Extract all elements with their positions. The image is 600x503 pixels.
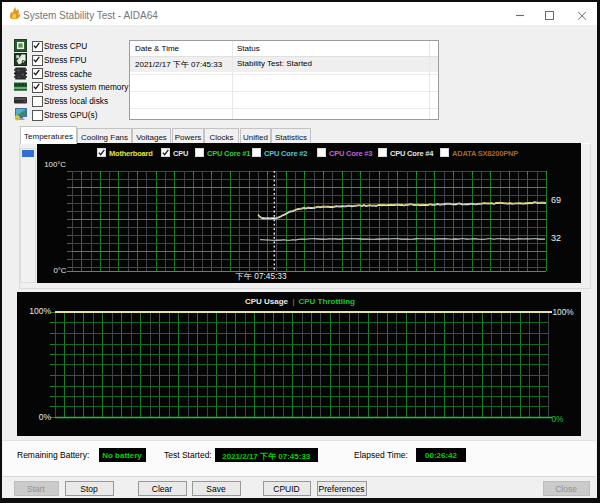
svg-text:|: | [293,297,295,306]
svg-text:100%: 100% [553,307,575,317]
svg-text:下午 07:45:33: 下午 07:45:33 [234,271,287,281]
svg-text:CPU Throttling: CPU Throttling [299,297,356,306]
svg-text:CPU Core #2: CPU Core #2 [264,149,307,158]
svg-text:CPU: CPU [173,149,188,158]
svg-text:ADATA SX8200PNP: ADATA SX8200PNP [452,149,518,158]
svg-text:CPU Usage: CPU Usage [245,297,289,306]
svg-text:100°C: 100°C [44,160,66,169]
svg-text:CPU Core #4: CPU Core #4 [390,149,434,158]
svg-text:CPU Core #3: CPU Core #3 [329,149,372,158]
svg-text:CPU Core #1: CPU Core #1 [207,149,250,158]
svg-text:0°C: 0°C [53,266,66,275]
svg-text:32: 32 [551,233,561,243]
svg-text:0%: 0% [39,412,52,422]
svg-text:100%: 100% [29,306,51,316]
svg-text:0%: 0% [552,414,565,424]
svg-text:Motherboard: Motherboard [109,149,153,158]
svg-text:69: 69 [551,195,561,205]
